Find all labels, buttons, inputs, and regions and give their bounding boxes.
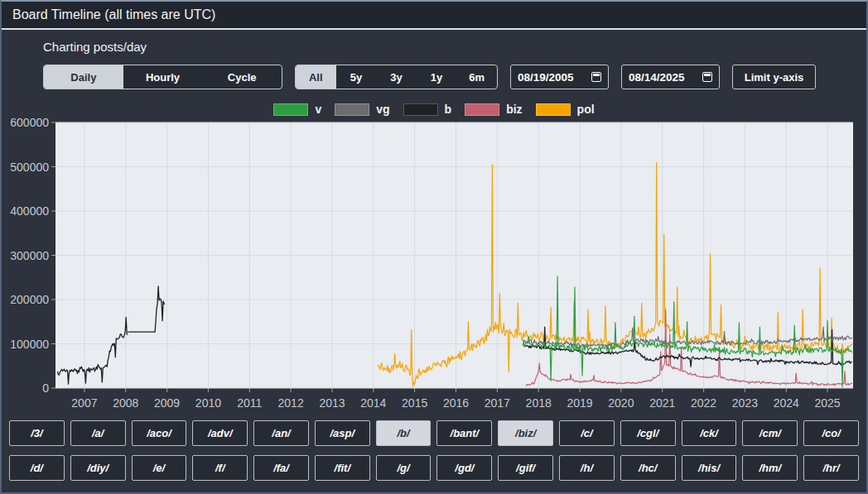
x-axis-tick-label: 2008 xyxy=(105,396,147,410)
legend-swatch-v xyxy=(273,103,308,116)
limit-y-axis-button[interactable]: Limit y-axis xyxy=(732,65,816,89)
range-option-6m[interactable]: 6m xyxy=(456,65,497,89)
mode-option-hourly[interactable]: Hourly xyxy=(123,65,203,89)
board-button-cm[interactable]: /cm/ xyxy=(742,420,798,446)
board-button-a[interactable]: /a/ xyxy=(70,420,126,446)
x-axis-tick-label: 2011 xyxy=(229,396,270,410)
board-button-bant[interactable]: /bant/ xyxy=(436,420,492,446)
legend-label: vg xyxy=(376,103,389,116)
board-button-an[interactable]: /an/ xyxy=(253,420,309,446)
board-button-e[interactable]: /e/ xyxy=(132,455,187,481)
board-button-biz[interactable]: /biz/ xyxy=(498,420,553,446)
legend-swatch-biz xyxy=(465,103,499,116)
calendar-icon[interactable] xyxy=(591,72,601,82)
legend-item-biz[interactable]: biz xyxy=(465,103,522,116)
board-button-his[interactable]: /his/ xyxy=(682,455,737,481)
mode-option-cycle[interactable]: Cycle xyxy=(202,65,282,89)
board-button-3[interactable]: /3/ xyxy=(9,420,65,446)
mode-option-daily[interactable]: Daily xyxy=(44,65,123,89)
legend-item-pol[interactable]: pol xyxy=(536,103,595,116)
main-panel: Charting posts/day DailyHourlyCycle All5… xyxy=(2,30,866,481)
date-from-value: 08/19/2005 xyxy=(518,71,574,84)
x-axis-tick-label: 2022 xyxy=(683,396,725,410)
legend-label: b xyxy=(445,103,452,116)
date-to-field[interactable]: 08/14/2025 xyxy=(621,65,720,89)
x-axis-tick-label: 2012 xyxy=(270,396,311,410)
x-axis-tick-label: 2017 xyxy=(476,396,518,410)
x-axis-tick-label: 2009 xyxy=(147,396,188,410)
date-from-field[interactable]: 08/19/2005 xyxy=(510,65,609,89)
board-button-gif[interactable]: /gif/ xyxy=(498,455,553,481)
x-axis-tick-label: 2021 xyxy=(642,396,683,410)
x-axis-tick-label: 2018 xyxy=(518,396,559,410)
board-button-fit[interactable]: /fit/ xyxy=(315,455,370,481)
date-to-value: 08/14/2025 xyxy=(629,71,685,84)
chart-legend: vvgbbizpol xyxy=(2,101,866,118)
board-timeline-app: Board Timeline (all times are UTC) Chart… xyxy=(0,0,868,494)
legend-swatch-b xyxy=(403,103,438,116)
mode-toggle-group: DailyHourlyCycle xyxy=(43,65,282,89)
chart-subtitle: Charting posts/day xyxy=(43,39,866,55)
board-button-d[interactable]: /d/ xyxy=(9,455,65,481)
x-axis-tick-label: 2010 xyxy=(187,396,229,410)
range-toggle-group: All5y3y1y6m xyxy=(295,65,498,89)
board-button-cgl[interactable]: /cgl/ xyxy=(620,420,676,446)
range-option-3y[interactable]: 3y xyxy=(376,65,417,89)
board-button-hr[interactable]: /hr/ xyxy=(803,455,859,481)
range-option-5y[interactable]: 5y xyxy=(336,65,377,89)
y-axis-tick-label: 600000 xyxy=(2,116,49,129)
y-axis-tick-label: 300000 xyxy=(2,249,49,262)
x-axis-tick-label: 2015 xyxy=(394,396,436,410)
x-axis-tick-label: 2023 xyxy=(724,396,765,410)
x-axis-tick-label: 2013 xyxy=(311,396,353,410)
y-axis-tick-label: 400000 xyxy=(2,204,49,218)
board-button-f[interactable]: /f/ xyxy=(192,455,248,481)
board-button-hc[interactable]: /hc/ xyxy=(620,455,676,481)
board-button-hm[interactable]: /hm/ xyxy=(742,455,798,481)
board-button-ck[interactable]: /ck/ xyxy=(682,420,737,446)
board-selector-grid: /3//a//aco//adv//an//asp//b//bant//biz//… xyxy=(9,420,859,481)
header-bar: Board Timeline (all times are UTC) xyxy=(2,2,866,30)
legend-item-v[interactable]: v xyxy=(273,103,321,116)
legend-item-vg[interactable]: vg xyxy=(335,103,389,116)
board-button-asp[interactable]: /asp/ xyxy=(315,420,370,446)
page-title: Board Timeline (all times are UTC) xyxy=(12,7,215,22)
board-button-h[interactable]: /h/ xyxy=(559,455,615,481)
range-option-all[interactable]: All xyxy=(296,65,336,89)
x-axis-tick-label: 2007 xyxy=(64,396,105,410)
timeline-plot[interactable] xyxy=(55,122,853,388)
x-axis-tick-label: 2020 xyxy=(600,396,642,410)
range-option-1y[interactable]: 1y xyxy=(417,65,457,89)
board-button-co[interactable]: /co/ xyxy=(803,420,859,446)
legend-label: v xyxy=(315,103,321,116)
x-axis-tick-label: 2024 xyxy=(765,396,807,410)
board-button-g[interactable]: /g/ xyxy=(376,455,432,481)
legend-item-b[interactable]: b xyxy=(403,103,452,116)
x-axis-tick-label: 2025 xyxy=(807,396,848,410)
board-button-b[interactable]: /b/ xyxy=(376,420,432,446)
y-axis-tick-label: 200000 xyxy=(2,293,49,306)
board-button-c[interactable]: /c/ xyxy=(559,420,615,446)
legend-label: biz xyxy=(506,103,522,116)
board-button-gd[interactable]: /gd/ xyxy=(436,455,492,481)
y-axis-tick-label: 100000 xyxy=(2,338,49,351)
board-button-fa[interactable]: /fa/ xyxy=(253,455,309,481)
board-button-aco[interactable]: /aco/ xyxy=(132,420,187,446)
controls-row: DailyHourlyCycle All5y3y1y6m 08/19/2005 … xyxy=(43,65,866,89)
legend-swatch-vg xyxy=(335,103,369,116)
legend-label: pol xyxy=(577,103,595,116)
board-button-adv[interactable]: /adv/ xyxy=(192,420,248,446)
legend-swatch-pol xyxy=(536,103,571,116)
x-axis-tick-label: 2014 xyxy=(353,396,394,410)
chart-area: 0100000200000300000400000500000600000200… xyxy=(2,122,866,411)
x-axis-tick-label: 2019 xyxy=(559,396,600,410)
y-axis-tick-label: 500000 xyxy=(2,161,49,174)
calendar-icon[interactable] xyxy=(702,72,712,82)
board-button-diy[interactable]: /diy/ xyxy=(70,455,126,481)
x-axis-tick-label: 2016 xyxy=(435,396,476,410)
y-axis-tick-label: 0 xyxy=(2,381,49,395)
